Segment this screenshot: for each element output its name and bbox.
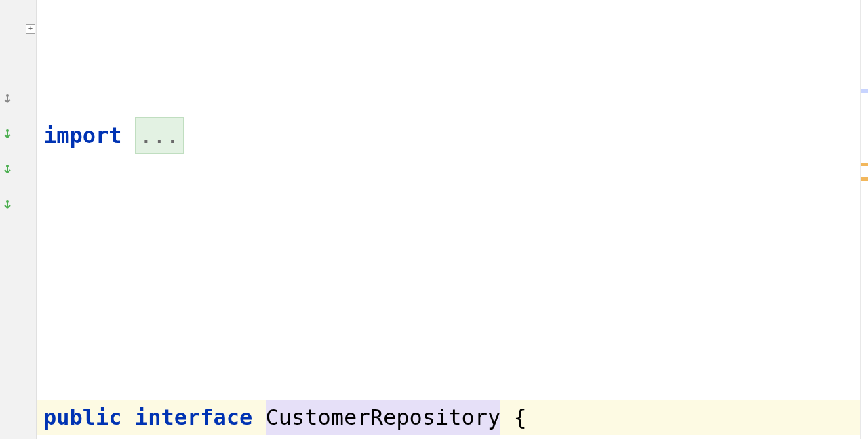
override-indicator-icon[interactable]	[1, 93, 14, 106]
svg-point-1	[6, 129, 9, 132]
folded-region[interactable]: ...	[135, 117, 184, 154]
svg-point-3	[6, 200, 9, 203]
stripe-warning-mark[interactable]	[861, 177, 868, 181]
stripe-warning-mark[interactable]	[861, 163, 868, 166]
implemented-indicator-icon[interactable]	[1, 199, 14, 211]
error-stripe[interactable]	[860, 0, 868, 439]
implemented-indicator-icon[interactable]	[1, 164, 14, 176]
implemented-indicator-icon[interactable]	[1, 129, 14, 141]
keyword-public: public	[43, 400, 122, 435]
code-editor[interactable]: + import ... public interface CustomerRe…	[0, 0, 868, 439]
class-name: CustomerRepository	[266, 400, 501, 435]
editor-gutter[interactable]: +	[0, 0, 37, 439]
fold-expand-icon[interactable]: +	[26, 24, 35, 34]
code-line-declaration[interactable]: public interface CustomerRepository {	[37, 400, 868, 435]
stripe-caret-mark[interactable]	[861, 89, 868, 93]
svg-point-0	[6, 94, 9, 97]
code-line-blank[interactable]	[37, 259, 868, 294]
brace-open: {	[500, 400, 527, 435]
svg-point-2	[6, 165, 9, 167]
code-line-import[interactable]: import ...	[37, 118, 868, 153]
keyword-import: import	[43, 118, 122, 153]
plus-icon: +	[28, 26, 33, 33]
code-area[interactable]: import ... public interface CustomerRepo…	[37, 0, 868, 439]
keyword-interface: interface	[135, 400, 252, 435]
